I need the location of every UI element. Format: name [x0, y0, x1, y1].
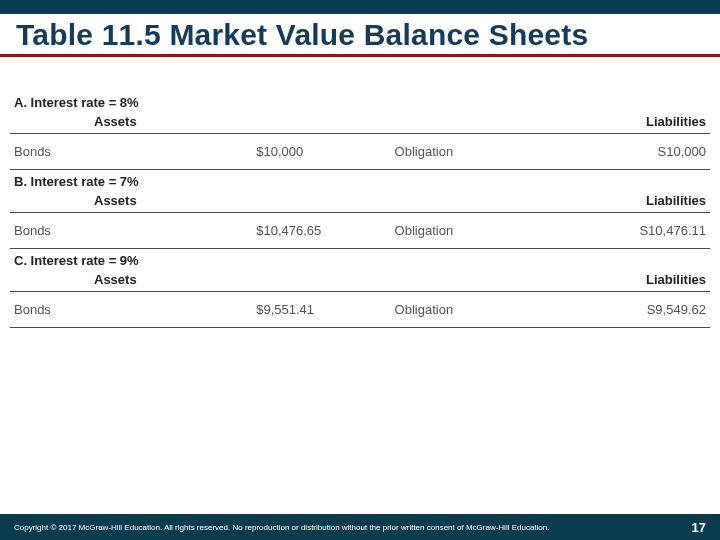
- liabilities-header: Liabilities: [568, 193, 706, 208]
- panel-a-headers: Assets Liabilities: [10, 112, 710, 134]
- asset-name: Bonds: [14, 144, 256, 159]
- panel-b: B. Interest rate = 7% Assets Liabilities…: [10, 170, 710, 249]
- asset-value: $10,476.65: [256, 223, 394, 238]
- panel-c: C. Interest rate = 9% Assets Liabilities…: [10, 249, 710, 328]
- panel-a: A. Interest rate = 8% Assets Liabilities…: [10, 91, 710, 170]
- liability-name: Obligation: [395, 144, 568, 159]
- panel-c-label: C. Interest rate = 9%: [10, 249, 710, 270]
- panel-b-label: B. Interest rate = 7%: [10, 170, 710, 191]
- assets-header: Assets: [14, 114, 256, 129]
- asset-name: Bonds: [14, 223, 256, 238]
- content-area: A. Interest rate = 8% Assets Liabilities…: [0, 57, 720, 514]
- assets-header: Assets: [14, 193, 256, 208]
- balance-sheet-table: A. Interest rate = 8% Assets Liabilities…: [10, 91, 710, 328]
- liability-value: S10,000: [568, 144, 706, 159]
- asset-value: $10,000: [256, 144, 394, 159]
- liabilities-header: Liabilities: [568, 114, 706, 129]
- top-bar: [0, 0, 720, 14]
- asset-value: $9,551.41: [256, 302, 394, 317]
- asset-name: Bonds: [14, 302, 256, 317]
- liabilities-header: Liabilities: [568, 272, 706, 287]
- footer-bar: Copyright © 2017 McGraw-Hill Education. …: [0, 514, 720, 540]
- liability-name: Obligation: [395, 223, 568, 238]
- assets-header: Assets: [14, 272, 256, 287]
- panel-a-label: A. Interest rate = 8%: [10, 91, 710, 112]
- page-number: 17: [692, 520, 706, 535]
- copyright-text: Copyright © 2017 McGraw-Hill Education. …: [14, 523, 549, 532]
- page-title: Table 11.5 Market Value Balance Sheets: [16, 18, 704, 52]
- liability-value: S10,476.11: [568, 223, 706, 238]
- liability-name: Obligation: [395, 302, 568, 317]
- panel-b-headers: Assets Liabilities: [10, 191, 710, 213]
- liability-value: S9,549.62: [568, 302, 706, 317]
- panel-c-row: Bonds $9,551.41 Obligation S9,549.62: [10, 292, 710, 328]
- title-region: Table 11.5 Market Value Balance Sheets: [0, 14, 720, 57]
- panel-b-row: Bonds $10,476.65 Obligation S10,476.11: [10, 213, 710, 249]
- panel-c-headers: Assets Liabilities: [10, 270, 710, 292]
- slide: Table 11.5 Market Value Balance Sheets A…: [0, 0, 720, 540]
- panel-a-row: Bonds $10,000 Obligation S10,000: [10, 134, 710, 170]
